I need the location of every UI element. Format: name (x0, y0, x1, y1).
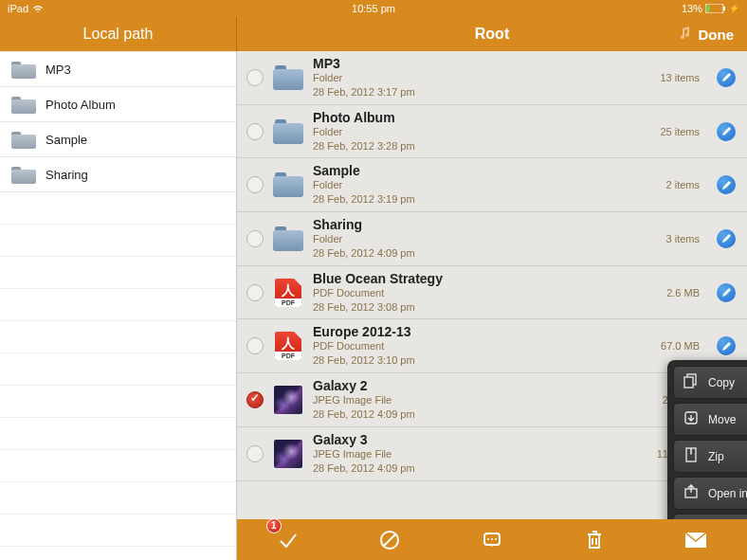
sidebar-item-label: Photo Album (46, 98, 116, 112)
deselect-button[interactable] (376, 527, 403, 553)
action-button[interactable] (479, 527, 505, 553)
wifi-icon (32, 4, 44, 13)
popover-item-label: Copy (708, 376, 735, 389)
file-name: Sharing (313, 217, 657, 232)
select-checkbox[interactable] (246, 445, 264, 462)
mail-button[interactable] (683, 527, 709, 553)
select-checkbox[interactable] (246, 69, 264, 86)
folder-icon (273, 65, 303, 90)
sidebar-item-mp3[interactable]: MP3 (0, 51, 236, 87)
pdf-icon: 人PDF (275, 279, 301, 307)
battery-icon (705, 4, 726, 13)
folder-icon (11, 95, 36, 114)
folder-icon (11, 165, 36, 184)
select-checkbox[interactable] (246, 284, 264, 301)
main-panel: MP3 Folder 28 Feb, 2012 3:17 pm 13 items… (237, 51, 747, 560)
done-button[interactable]: Done (678, 27, 748, 43)
popover-zip[interactable]: Zip (673, 440, 747, 473)
popover-item-label: Open in (708, 487, 747, 500)
svg-point-15 (495, 538, 497, 540)
file-date: 28 Feb, 2012 4:09 pm (313, 461, 647, 476)
sidebar-item-sample[interactable]: Sample (0, 122, 236, 157)
svg-rect-4 (684, 377, 693, 388)
status-bar: iPad 10:55 pm 13% ⚡ (0, 0, 747, 17)
svg-rect-2 (723, 7, 725, 10)
header-left-title: Local path (0, 17, 237, 51)
sidebar-item-label: Sample (46, 133, 87, 147)
select-checkbox[interactable] (246, 337, 264, 354)
sidebar: MP3 Photo Album Sample Sharing (0, 51, 237, 560)
edit-button[interactable] (717, 283, 736, 302)
file-name: Galaxy 3 (313, 432, 647, 447)
edit-button[interactable] (717, 336, 736, 355)
file-meta: 2 items (666, 179, 700, 190)
file-name: Galaxy 2 (313, 378, 653, 393)
popover-copy[interactable]: Copy (673, 366, 747, 399)
popover-item-label: Zip (708, 450, 724, 463)
file-type: PDF Document (313, 286, 657, 300)
delete-button[interactable] (581, 527, 608, 553)
battery-label: 13% (682, 3, 702, 14)
sidebar-item-sharing[interactable]: Sharing (0, 157, 236, 192)
copy-icon (683, 373, 699, 391)
svg-point-13 (487, 538, 489, 540)
sidebar-item-label: Sharing (46, 168, 88, 182)
edit-button[interactable] (717, 229, 736, 248)
music-icon (678, 27, 691, 43)
file-row[interactable]: Sharing Folder 28 Feb, 2012 4:09 pm 3 it… (237, 212, 747, 266)
select-checkbox[interactable] (246, 176, 264, 193)
select-checkbox[interactable] (246, 230, 264, 247)
file-type: PDF Document (313, 339, 651, 353)
file-meta: 3 items (666, 233, 700, 244)
image-thumbnail (274, 440, 302, 468)
file-row[interactable]: Photo Album Folder 28 Feb, 2012 3:28 pm … (237, 105, 747, 159)
folder-icon (273, 226, 303, 251)
openin-icon (683, 484, 699, 502)
popover-move[interactable]: Move (673, 403, 747, 436)
image-thumbnail (274, 386, 302, 414)
edit-button[interactable] (717, 68, 736, 87)
status-time: 10:55 pm (352, 3, 395, 14)
file-date: 28 Feb, 2012 3:28 pm (313, 139, 650, 154)
file-date: 28 Feb, 2012 3:08 pm (313, 300, 657, 315)
select-checkbox[interactable] (246, 123, 264, 140)
sidebar-item-photo-album[interactable]: Photo Album (0, 87, 236, 122)
device-label: iPad (8, 3, 28, 14)
file-name: Photo Album (313, 110, 650, 125)
file-date: 28 Feb, 2012 3:10 pm (313, 353, 651, 368)
file-name: Sample (313, 163, 657, 178)
file-row[interactable]: Sample Folder 28 Feb, 2012 3:19 pm 2 ite… (237, 158, 747, 212)
file-meta: 13 items (660, 72, 700, 83)
svg-rect-1 (707, 6, 710, 12)
file-name: Europe 2012-13 (313, 324, 651, 339)
file-meta: 2.6 MB (666, 287, 700, 298)
file-row[interactable]: 人PDF Blue Ocean Strategy PDF Document 28… (237, 266, 747, 320)
folder-icon (11, 60, 36, 79)
file-type: Folder (313, 125, 650, 139)
file-name: MP3 (313, 56, 650, 71)
edit-button[interactable] (717, 122, 736, 141)
file-name: Blue Ocean Strategy (313, 271, 657, 286)
sidebar-empty-lines (0, 192, 236, 560)
done-label: Done (699, 27, 735, 43)
file-meta: 25 items (660, 126, 700, 137)
charging-icon: ⚡ (729, 4, 739, 13)
file-date: 28 Feb, 2012 3:17 pm (313, 85, 650, 99)
move-icon (683, 410, 699, 428)
file-type: Folder (313, 232, 657, 246)
svg-point-14 (491, 538, 493, 540)
popover-item-label: Move (708, 413, 736, 426)
header: Local path Root Done (0, 17, 747, 51)
popover-open-in[interactable]: Open in (673, 477, 747, 510)
file-type: JPEG Image File (313, 393, 653, 407)
file-type: Folder (313, 71, 650, 85)
bottom-toolbar: 1 (237, 519, 747, 560)
file-meta: 67.0 MB (661, 340, 700, 352)
folder-icon (11, 130, 36, 149)
file-date: 28 Feb, 2012 3:19 pm (313, 192, 657, 207)
select-checkbox[interactable] (246, 391, 264, 408)
file-row[interactable]: MP3 Folder 28 Feb, 2012 3:17 pm 13 items (237, 51, 747, 105)
pdf-icon: 人PDF (275, 332, 301, 360)
edit-button[interactable] (717, 175, 736, 194)
select-all-button[interactable]: 1 (275, 527, 301, 553)
